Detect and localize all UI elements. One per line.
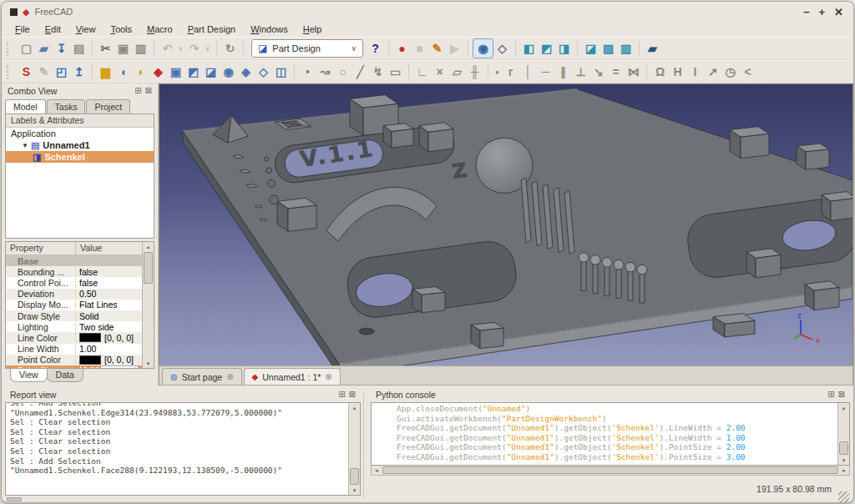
- constraint-lock-icon[interactable]: Ω: [651, 63, 669, 81]
- whats-this-icon[interactable]: ?: [367, 40, 384, 58]
- sketch-new-icon[interactable]: S: [18, 63, 35, 81]
- constraint-angle-icon[interactable]: <: [739, 63, 756, 81]
- tab-project[interactable]: Project: [86, 99, 130, 113]
- 3d-viewport[interactable]: V.1.1 Z z x: [159, 83, 853, 365]
- pocket-icon[interactable]: ▣: [167, 63, 185, 81]
- scroll-up-icon[interactable]: ▴: [349, 403, 360, 412]
- menu-item-file[interactable]: File: [8, 23, 37, 36]
- property-value[interactable]: false: [76, 267, 142, 277]
- workbench-selector[interactable]: ◪Part Design∨: [251, 39, 363, 58]
- property-value[interactable]: Solid: [76, 311, 142, 321]
- dock-float-icon[interactable]: ⊞: [827, 391, 834, 399]
- constraint-parallel-icon[interactable]: ∥: [554, 63, 572, 81]
- constraint-horizontal-distance-icon[interactable]: H: [669, 63, 686, 81]
- close-tab-icon[interactable]: ⊗: [226, 373, 233, 381]
- dock-close-icon[interactable]: ⊠: [349, 391, 356, 399]
- view-fit-all-icon[interactable]: ◉: [473, 38, 493, 58]
- menu-item-tools[interactable]: Tools: [104, 23, 139, 36]
- point-size-editor[interactable]: 3.00▴▾: [79, 365, 139, 368]
- mdi-tab-start-page[interactable]: ◍Start page⊗: [162, 368, 242, 385]
- property-value[interactable]: false: [76, 278, 142, 288]
- report-scrollbar[interactable]: ▴ ▾: [348, 403, 360, 495]
- copy-icon[interactable]: ▣: [114, 40, 132, 58]
- scroll-down-icon[interactable]: ▾: [838, 456, 849, 465]
- report-view-log[interactable]: Sel : Add Selection"Unnamed1.Schenkel.Ed…: [6, 403, 348, 495]
- macro-record-icon[interactable]: ●: [393, 40, 411, 58]
- sketch-construction-mode-icon[interactable]: ╫: [466, 63, 483, 81]
- refresh-icon[interactable]: ↻: [221, 40, 239, 58]
- constraint-coincident-icon[interactable]: ●: [493, 63, 502, 81]
- constraint-vertical-icon[interactable]: │: [519, 63, 537, 81]
- menu-item-part-design[interactable]: Part Design: [181, 23, 242, 36]
- property-value[interactable]: [0, 0, 0]: [76, 355, 142, 365]
- constraint-equal-icon[interactable]: =: [607, 63, 625, 81]
- open-file-icon[interactable]: ▰: [35, 40, 53, 58]
- linear-pattern-icon[interactable]: ◪: [202, 63, 220, 81]
- constraint-tangent-icon[interactable]: ↘: [589, 63, 607, 81]
- tab-model[interactable]: Model: [5, 99, 46, 113]
- menu-item-help[interactable]: Help: [296, 23, 329, 36]
- new-file-icon[interactable]: ▢: [18, 40, 35, 58]
- cut-icon[interactable]: ✂: [97, 40, 114, 58]
- spinner-icons[interactable]: ▴▾: [134, 366, 137, 368]
- constraint-distance-icon[interactable]: ↗: [704, 63, 721, 81]
- scroll-up-icon[interactable]: ▴: [838, 403, 849, 412]
- close-tab-icon[interactable]: ⊗: [325, 373, 331, 381]
- sketch-polyline-icon[interactable]: ↯: [369, 63, 387, 81]
- property-value[interactable]: Flat Lines: [76, 300, 142, 310]
- chamfer-icon[interactable]: ◈: [237, 63, 255, 81]
- vertical-splitter[interactable]: [363, 392, 368, 497]
- property-value[interactable]: Two side: [76, 322, 142, 332]
- tab-tasks[interactable]: Tasks: [47, 99, 86, 113]
- print-icon[interactable]: ▤: [70, 40, 88, 58]
- sketch-origin-icon[interactable]: ∟: [413, 63, 431, 81]
- paste-icon[interactable]: ▥: [132, 40, 149, 58]
- menu-item-windows[interactable]: Windows: [244, 23, 295, 36]
- resize-grip[interactable]: [838, 491, 849, 502]
- constraint-symmetric-icon[interactable]: ⋈: [625, 63, 642, 81]
- sketch-trim-icon[interactable]: ×: [431, 63, 448, 81]
- scroll-thumb[interactable]: [382, 466, 838, 474]
- dock-float-icon[interactable]: ⊞: [134, 87, 141, 95]
- toolbar-handle[interactable]: [7, 42, 13, 56]
- scroll-thumb[interactable]: [350, 468, 359, 485]
- view-bottom-icon[interactable]: ▨: [600, 40, 617, 58]
- python-console-log[interactable]: App.closeDocument("Unnamed")Gui.activate…: [372, 403, 837, 465]
- toolbar-handle[interactable]: [7, 65, 13, 79]
- dock-close-icon[interactable]: ⊠: [145, 87, 152, 95]
- hole-icon[interactable]: ◩: [185, 63, 202, 81]
- save-icon[interactable]: ↧: [53, 40, 70, 58]
- view-axonometric-icon[interactable]: ◇: [493, 40, 511, 58]
- tab-data[interactable]: Data: [47, 369, 83, 382]
- tree-item-application[interactable]: Application: [6, 128, 154, 139]
- measure-distance-icon[interactable]: ▰: [644, 40, 661, 58]
- sketch-line-icon[interactable]: ╱: [352, 63, 369, 81]
- window-menu-icon[interactable]: [10, 8, 18, 16]
- view-top-icon[interactable]: ◩: [538, 40, 555, 58]
- python-horizontal-scrollbar[interactable]: ◂ ▸: [371, 466, 850, 476]
- menu-item-view[interactable]: View: [69, 23, 103, 36]
- view-left-icon[interactable]: ▥: [617, 40, 635, 58]
- property-scrollbar[interactable]: ▴ ▾: [142, 242, 154, 368]
- view-rear-icon[interactable]: ◪: [582, 40, 600, 58]
- scroll-down-icon[interactable]: ▾: [143, 359, 154, 368]
- sketch-external-geometry-icon[interactable]: ▱: [448, 63, 466, 81]
- expander-icon[interactable]: ▼: [22, 142, 28, 149]
- property-value[interactable]: 1.00: [76, 344, 142, 354]
- property-value[interactable]: 0.50: [76, 289, 142, 299]
- menu-item-macro[interactable]: Macro: [140, 23, 180, 36]
- macro-edit-icon[interactable]: ✎: [428, 40, 446, 58]
- scroll-down-icon[interactable]: ▾: [349, 486, 360, 495]
- revolution-icon[interactable]: ◖: [114, 63, 132, 81]
- dock-float-icon[interactable]: ⊞: [338, 391, 345, 399]
- property-value[interactable]: 3.00▴▾: [76, 365, 142, 368]
- constraint-radius-icon[interactable]: ◷: [721, 63, 739, 81]
- sketch-circle-icon[interactable]: ○: [334, 63, 352, 81]
- python-scrollbar[interactable]: ▴ ▾: [837, 403, 849, 465]
- groove-icon[interactable]: ◗: [132, 63, 149, 81]
- draft-icon[interactable]: ◇: [255, 63, 272, 81]
- maximize-button[interactable]: +: [819, 7, 826, 18]
- property-value[interactable]: [0, 0, 0]: [76, 333, 142, 343]
- scroll-thumb[interactable]: [839, 441, 848, 455]
- pad-icon[interactable]: ▆: [97, 63, 114, 81]
